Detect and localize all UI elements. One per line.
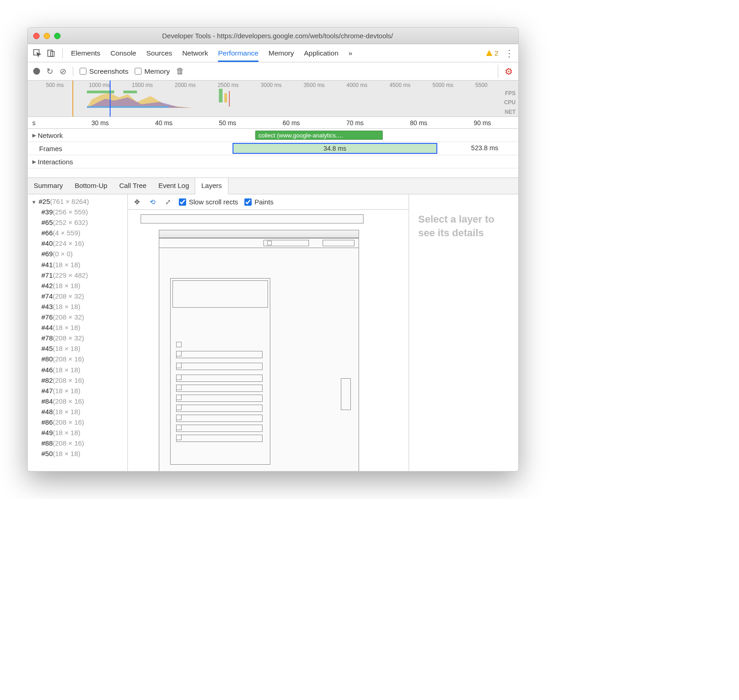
layer-row[interactable]: #42(18 × 18): [31, 280, 127, 291]
layers-panel: ▼ #25(761 × 8264)#39(256 × 559)#65(252 ×…: [28, 194, 518, 471]
layer-row[interactable]: #82(208 × 16): [31, 375, 127, 386]
tab-memory[interactable]: Memory: [268, 49, 294, 57]
layer-row[interactable]: #44(18 × 18): [31, 322, 127, 333]
rotate-icon[interactable]: ⟲: [148, 198, 157, 207]
record-icon[interactable]: [33, 68, 40, 75]
svg-rect-5: [87, 106, 169, 108]
separator: [62, 48, 63, 58]
layer-row[interactable]: #88(208 × 16): [31, 438, 127, 448]
time-ruler[interactable]: s 30 ms 40 ms 50 ms 60 ms 70 ms 80 ms 90…: [28, 117, 518, 129]
layer-row[interactable]: #78(208 × 32): [31, 333, 127, 343]
layer-preview: [141, 214, 398, 471]
layer-row[interactable]: #48(18 × 18): [31, 406, 127, 417]
layer-row[interactable]: #47(18 × 18): [31, 386, 127, 396]
layer-row[interactable]: ▼ #25(761 × 8264): [31, 196, 127, 207]
subtab-layers[interactable]: Layers: [195, 178, 228, 194]
memory-checkbox[interactable]: Memory: [135, 67, 170, 76]
layer-row[interactable]: #84(208 × 16): [31, 396, 127, 406]
activity-chart-2: [219, 89, 242, 109]
marker: [110, 81, 111, 117]
slow-rects-label: Slow scroll rects: [189, 198, 238, 206]
activity-chart: [87, 91, 192, 109]
zoom-icon[interactable]: [54, 33, 61, 39]
paints-label: Paints: [254, 198, 273, 206]
layer-row[interactable]: #43(18 × 18): [31, 301, 127, 312]
layer-row[interactable]: #49(18 × 18): [31, 427, 127, 438]
layer-row[interactable]: #71(229 × 482): [31, 270, 127, 280]
network-item[interactable]: collect (www.google-analytics.…: [255, 131, 383, 140]
warnings-count: 2: [495, 49, 498, 57]
layer-row[interactable]: #80(208 × 16): [31, 354, 127, 364]
layer-row[interactable]: #86(208 × 16): [31, 417, 127, 427]
subtab-bottomup[interactable]: Bottom-Up: [69, 178, 113, 194]
track-network-label: Network: [38, 132, 63, 139]
overview-labels: FPSCPUNET: [504, 89, 516, 117]
svg-rect-8: [229, 91, 230, 107]
warnings-badge[interactable]: 2: [486, 49, 498, 57]
overview-ticks: 500 ms1000 ms1500 ms2000 ms2500 ms3000 m…: [28, 81, 518, 88]
pan-icon[interactable]: ✥: [132, 198, 142, 207]
svg-rect-7: [224, 93, 227, 102]
paints-checkbox[interactable]: Paints: [244, 198, 273, 206]
tab-sources[interactable]: Sources: [147, 49, 172, 57]
subtab-eventlog[interactable]: Event Log: [152, 178, 195, 194]
close-icon[interactable]: [33, 33, 40, 39]
more-tabs-icon[interactable]: »: [349, 49, 353, 57]
timeline-overview[interactable]: 500 ms1000 ms1500 ms2000 ms2500 ms3000 m…: [28, 81, 518, 117]
layer-canvas[interactable]: ✥ ⟲ ⤢ Slow scroll rects Paints: [128, 194, 409, 471]
layer-row[interactable]: #65(252 × 632): [31, 217, 127, 228]
svg-rect-4: [123, 91, 137, 93]
minimize-icon[interactable]: [44, 33, 50, 39]
marker: [72, 81, 73, 117]
titlebar: Developer Tools - https://developers.goo…: [28, 28, 518, 44]
separator: [73, 66, 73, 76]
track-frames-label: Frames: [39, 145, 62, 152]
memory-label: Memory: [144, 67, 170, 76]
frame-duration: 523.8 ms: [471, 144, 498, 152]
menu-icon[interactable]: ⋮: [505, 48, 514, 59]
layer-row[interactable]: #69(0 × 0): [31, 249, 127, 259]
layer-row[interactable]: #74(208 × 32): [31, 291, 127, 301]
devtools-window: Developer Tools - https://developers.goo…: [27, 27, 519, 472]
window-title: Developer Tools - https://developers.goo…: [61, 32, 513, 40]
screenshots-checkbox[interactable]: Screenshots: [80, 67, 128, 76]
subtab-calltree[interactable]: Call Tree: [113, 178, 152, 194]
track-interactions[interactable]: ▶Interactions: [28, 155, 518, 168]
layer-row[interactable]: #41(18 × 18): [31, 259, 127, 270]
reload-icon[interactable]: ↻: [46, 66, 53, 76]
tab-application[interactable]: Application: [304, 49, 339, 57]
layer-details: Select a layer to see its details: [409, 194, 518, 471]
tab-console[interactable]: Console: [111, 49, 137, 57]
tab-performance[interactable]: Performance: [218, 49, 258, 62]
settings-icon[interactable]: ⚙: [505, 66, 513, 77]
main-toolbar: Elements Console Sources Network Perform…: [28, 44, 518, 62]
svg-rect-6: [219, 89, 223, 102]
separator: [498, 65, 498, 78]
tab-network[interactable]: Network: [182, 49, 208, 57]
layer-row[interactable]: #39(256 × 559): [31, 207, 127, 217]
clear-icon[interactable]: ⊘: [60, 66, 66, 76]
inspect-icon[interactable]: [32, 48, 42, 58]
screenshots-label: Screenshots: [89, 67, 128, 76]
layer-row[interactable]: #45(18 × 18): [31, 343, 127, 354]
performance-toolbar: ↻ ⊘ Screenshots Memory 🗑 ⚙: [28, 62, 518, 81]
frame-item[interactable]: 34.8 ms: [233, 143, 437, 154]
garbage-icon[interactable]: 🗑: [176, 66, 184, 76]
layer-row[interactable]: #66(4 × 559): [31, 228, 127, 238]
layer-row[interactable]: #50(18 × 18): [31, 448, 127, 459]
slow-rects-checkbox[interactable]: Slow scroll rects: [179, 198, 238, 206]
svg-rect-1: [48, 50, 52, 56]
reset-icon[interactable]: ⤢: [163, 198, 172, 207]
layer-row[interactable]: #76(208 × 32): [31, 312, 127, 322]
tracks: ▶Network collect (www.google-analytics.……: [28, 129, 518, 178]
track-interactions-label: Interactions: [38, 158, 73, 166]
track-frames[interactable]: Frames 34.8 ms 523.8 ms: [28, 142, 518, 155]
layer-row[interactable]: #46(18 × 18): [31, 365, 127, 375]
subtab-summary[interactable]: Summary: [28, 178, 69, 194]
layer-row[interactable]: #40(224 × 16): [31, 238, 127, 249]
tab-elements[interactable]: Elements: [71, 49, 101, 57]
traffic-lights: [33, 33, 61, 39]
track-network[interactable]: ▶Network collect (www.google-analytics.…: [28, 129, 518, 142]
layer-tree[interactable]: ▼ #25(761 × 8264)#39(256 × 559)#65(252 ×…: [28, 194, 128, 471]
device-toggle-icon[interactable]: [46, 48, 56, 58]
